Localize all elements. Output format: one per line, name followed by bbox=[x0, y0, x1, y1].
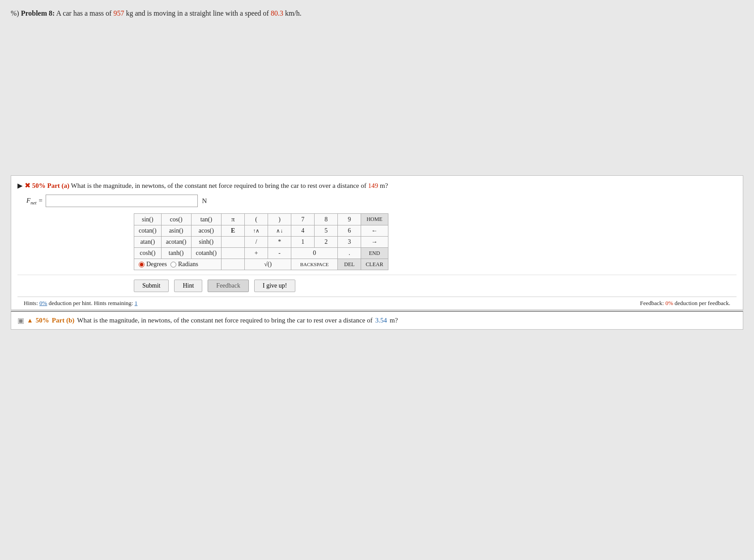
btn-empty-3 bbox=[222, 237, 245, 248]
btn-9[interactable]: 9 bbox=[338, 214, 361, 225]
part-b-dist-unit: m? bbox=[390, 317, 398, 324]
calc-table: sin() cos() tan() π ( ) 7 8 9 HOME cotan… bbox=[134, 213, 388, 270]
btn-cotan[interactable]: cotan() bbox=[134, 225, 162, 237]
btn-tanh[interactable]: tanh() bbox=[161, 248, 191, 259]
degrees-label: Degrees bbox=[146, 261, 167, 268]
hint-button[interactable]: Hint bbox=[174, 280, 202, 292]
speed-value: 80.3 bbox=[271, 9, 283, 17]
btn-empty-4 bbox=[222, 248, 245, 259]
radians-radio[interactable] bbox=[170, 262, 176, 267]
btn-cosh[interactable]: cosh() bbox=[134, 248, 162, 259]
btn-4[interactable]: 4 bbox=[291, 225, 315, 237]
btn-tan[interactable]: tan() bbox=[191, 214, 222, 225]
hints-remaining[interactable]: 1 bbox=[135, 300, 138, 306]
hints-deduction-text: deduction per hint. Hints remaining: bbox=[47, 300, 134, 306]
part-b-section: ▣ ▲ 50% Part (b) What is the magnitude, … bbox=[11, 311, 743, 330]
btn-backspace[interactable]: BACKSPACE bbox=[291, 259, 338, 270]
mass-unit: kg and is moving in a straight line with… bbox=[124, 9, 271, 17]
btn-sqrt[interactable]: √() bbox=[245, 259, 291, 270]
btn-cotanh[interactable]: cotanh() bbox=[191, 248, 222, 259]
calculator-area: sin() cos() tan() π ( ) 7 8 9 HOME cotan… bbox=[134, 213, 737, 270]
radians-label: Radians bbox=[178, 261, 198, 268]
degrees-radio-label[interactable]: Degrees bbox=[139, 261, 167, 268]
calc-row-4: cosh() tanh() cotanh() + - 0 . END bbox=[134, 248, 388, 259]
btn-8[interactable]: 8 bbox=[315, 214, 338, 225]
action-row: Submit Hint Feedback I give up! bbox=[17, 275, 737, 297]
btn-down[interactable]: ∧↓ bbox=[268, 225, 291, 237]
degrees-radio[interactable] bbox=[139, 262, 145, 267]
btn-1[interactable]: 1 bbox=[291, 237, 315, 248]
btn-end[interactable]: END bbox=[361, 248, 388, 259]
btn-7[interactable]: 7 bbox=[291, 214, 315, 225]
mass-value: 957 bbox=[113, 9, 124, 17]
unit-label: N bbox=[202, 197, 207, 205]
btn-plus[interactable]: + bbox=[245, 248, 268, 259]
btn-2[interactable]: 2 bbox=[315, 237, 338, 248]
submit-button[interactable]: Submit bbox=[134, 280, 169, 292]
spacer bbox=[11, 23, 743, 175]
btn-atan[interactable]: atan() bbox=[134, 237, 162, 248]
triangle-icon: ▲ bbox=[27, 317, 33, 324]
btn-3[interactable]: 3 bbox=[338, 237, 361, 248]
radians-radio-label[interactable]: Radians bbox=[170, 261, 198, 268]
btn-close-paren[interactable]: ) bbox=[268, 214, 291, 225]
fnet-label: Fnet = bbox=[26, 197, 43, 205]
calc-row-1: sin() cos() tan() π ( ) 7 8 9 HOME bbox=[134, 214, 388, 225]
part-b-distance: 3.54 bbox=[375, 317, 387, 324]
part-a-section: ▶ ✖ 50% Part (a) What is the magnitude, … bbox=[11, 175, 743, 310]
problem-header: %) Problem 8: A car has a mass of 957 kg… bbox=[11, 8, 743, 19]
hints-left: Hints: 0% deduction per hint. Hints rema… bbox=[24, 300, 137, 307]
x-icon: ✖ bbox=[25, 182, 32, 189]
btn-6[interactable]: 6 bbox=[338, 225, 361, 237]
btn-minus[interactable]: - bbox=[268, 248, 291, 259]
btn-clear[interactable]: CLEAR bbox=[361, 259, 388, 270]
arrow-icon: ▶ bbox=[17, 182, 23, 189]
hints-right: Feedback: 0% deduction per feedback. bbox=[640, 300, 730, 307]
btn-acotan[interactable]: acotan() bbox=[161, 237, 191, 248]
feedback-button[interactable]: Feedback bbox=[208, 280, 249, 292]
hints-deduction-pct[interactable]: 0% bbox=[39, 300, 47, 306]
btn-acos[interactable]: acos() bbox=[191, 225, 222, 237]
btn-0[interactable]: 0 bbox=[291, 248, 338, 259]
calc-row-3: atan() acotan() sinh() / * 1 2 3 → bbox=[134, 237, 388, 248]
feedback-text: Feedback: bbox=[640, 300, 665, 306]
speed-unit: km/h. bbox=[283, 9, 302, 17]
problem-desc: A car has a mass of bbox=[55, 9, 113, 17]
degrees-row: Degrees Radians bbox=[139, 261, 217, 268]
hints-text: Hints: bbox=[24, 300, 39, 306]
bookmark-icon: ▣ bbox=[17, 316, 24, 325]
btn-open-paren[interactable]: ( bbox=[245, 214, 268, 225]
btn-empty-5 bbox=[222, 259, 245, 270]
feedback-suffix: deduction per feedback. bbox=[673, 300, 730, 306]
btn-up[interactable]: ↑∧ bbox=[245, 225, 268, 237]
btn-asin[interactable]: asin() bbox=[161, 225, 191, 237]
btn-cos[interactable]: cos() bbox=[161, 214, 191, 225]
problem-label: Problem 8: bbox=[21, 9, 55, 17]
part-b-question: What is the magnitude, in newtons, of th… bbox=[77, 317, 372, 324]
btn-divide[interactable]: / bbox=[245, 237, 268, 248]
calc-row-5: Degrees Radians √() BACKSPACE DEL bbox=[134, 259, 388, 270]
problem-prefix: %) bbox=[11, 9, 21, 17]
input-row: Fnet = N bbox=[26, 195, 737, 207]
btn-left-arrow[interactable]: ← bbox=[361, 225, 388, 237]
part-a-label: Part (a) bbox=[47, 182, 70, 189]
give-up-button[interactable]: I give up! bbox=[254, 280, 295, 292]
fnet-input[interactable] bbox=[46, 195, 198, 207]
btn-right-arrow[interactable]: → bbox=[361, 237, 388, 248]
part-a-dist-unit: m? bbox=[378, 182, 388, 189]
btn-sin[interactable]: sin() bbox=[134, 214, 162, 225]
btn-multiply[interactable]: * bbox=[268, 237, 291, 248]
part-a-header: ▶ ✖ 50% Part (a) What is the magnitude, … bbox=[17, 180, 737, 191]
btn-5[interactable]: 5 bbox=[315, 225, 338, 237]
feedback-pct: 0% bbox=[665, 300, 673, 306]
btn-sinh[interactable]: sinh() bbox=[191, 237, 222, 248]
btn-dot[interactable]: . bbox=[338, 248, 361, 259]
btn-E[interactable]: E bbox=[222, 225, 245, 237]
part-a-question: What is the magnitude, in newtons, of th… bbox=[71, 182, 368, 189]
btn-del[interactable]: DEL bbox=[338, 259, 361, 270]
btn-home[interactable]: HOME bbox=[361, 214, 388, 225]
part-b-percent: 50% bbox=[36, 317, 49, 324]
btn-pi[interactable]: π bbox=[222, 214, 245, 225]
part-a-distance: 149 bbox=[368, 182, 379, 189]
calc-row-2: cotan() asin() acos() E ↑∧ ∧↓ 4 5 6 ← bbox=[134, 225, 388, 237]
